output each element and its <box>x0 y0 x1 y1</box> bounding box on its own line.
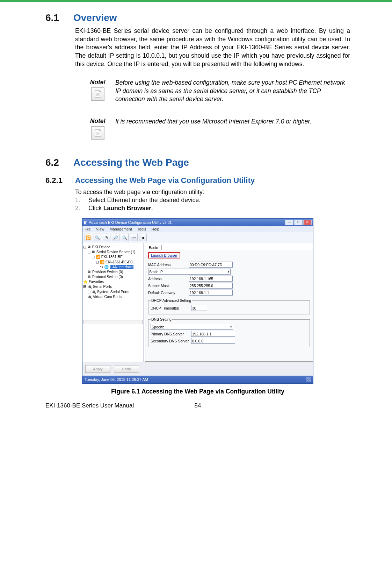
toolbar-icon[interactable]: ✎ <box>103 234 110 241</box>
top-accent-bar <box>0 0 392 2</box>
step-text: Click Launch Browser. <box>88 205 350 212</box>
section-title: Accessing the Web Page <box>73 157 189 168</box>
maximize-button[interactable]: □ <box>294 220 303 225</box>
page: 6.1 Overview EKI-1360-BE Series serial d… <box>0 0 392 416</box>
subsection-number: 6.2.1 <box>45 176 75 185</box>
close-button[interactable]: ✕ <box>303 220 312 225</box>
note-label-col: Note! <box>87 79 108 104</box>
dhcp-timeout-input[interactable]: 30 <box>191 305 207 311</box>
section-6-2-1-header: 6.2.1 Accessing the Web Page via Configu… <box>45 176 350 185</box>
menu-management[interactable]: Management <box>110 227 132 231</box>
tab-basic[interactable]: Basic <box>145 245 162 250</box>
note-text: It is recommended that you use Microsoft… <box>115 118 350 140</box>
address-input[interactable]: 192.168.1.165 <box>189 276 233 282</box>
menu-tools[interactable]: Tools <box>137 227 146 231</box>
menu-help[interactable]: Help <box>151 227 159 231</box>
menu-bar: File View Management Tools Help <box>82 226 313 232</box>
button-row: Apply Undo <box>82 362 313 376</box>
footer-page: 54 <box>195 402 201 409</box>
overview-paragraph: EKI-1360-BE Series serial device server … <box>75 27 350 68</box>
dns-mode-dropdown[interactable]: Specific <box>151 324 233 330</box>
mac-label: MAC Address <box>148 263 187 267</box>
menu-view[interactable]: View <box>96 227 104 231</box>
note-label-col: Note! <box>87 118 108 140</box>
dns2-label: Secondary DNS Server <box>151 339 189 343</box>
content-area: 6.1 Overview EKI-1360-BE Series serial d… <box>45 12 350 395</box>
page-footer: EKI-1360-BE Series User Manual 54 <box>45 402 350 409</box>
step-text: Select Ethernet under the desired device… <box>88 197 350 204</box>
resize-grip-icon <box>306 377 311 382</box>
figure-caption: Figure 6.1 Accessing the Web Page via Co… <box>111 388 284 395</box>
window-title: ◧ Advantech EKI Device Configuration Uti… <box>84 220 172 225</box>
toolbar-icon[interactable]: 👓 <box>130 234 138 241</box>
note-1: Note! Before using the web-based configu… <box>87 79 350 104</box>
dns-fieldset: DNS Setting Specific Primary DNS Server1… <box>148 317 310 347</box>
menu-file[interactable]: File <box>85 227 91 231</box>
dns1-label: Primary DNS Server <box>151 332 189 336</box>
dhcp-fieldset: DHCP Advanced Setting DHCP Timeout(s)30 <box>148 298 310 314</box>
step-2: 2. Click Launch Browser. <box>75 205 350 212</box>
dhcp-timeout-label: DHCP Timeout(s) <box>151 306 189 310</box>
toolbar-icon[interactable]: 🔍 <box>121 234 129 241</box>
section-number: 6.2 <box>45 157 73 168</box>
undo-button[interactable]: Undo <box>114 365 139 373</box>
section-number: 6.1 <box>45 12 73 23</box>
status-bar: Tuesday, June 05, 2018 11:26:37 AM <box>82 376 313 383</box>
tree-selected-item: LAN Interface <box>110 265 133 269</box>
toolbar-icon[interactable]: ∎ <box>139 234 147 241</box>
subnet-input[interactable]: 255.255.255.0 <box>189 283 233 289</box>
section-6-1-header: 6.1 Overview <box>45 12 350 23</box>
toolbar-icon[interactable]: 🔍 <box>94 234 101 241</box>
minimize-button[interactable]: — <box>285 220 293 225</box>
workarea: ⊟ 🖥 EKI Device ⊟ 🖥 Serial Device Server … <box>82 243 313 362</box>
launch-browser-link[interactable]: Launch Browser <box>148 252 180 258</box>
section-title: Overview <box>73 12 117 23</box>
intro-line: To access the web page via configuration… <box>75 189 350 196</box>
gateway-label: Default Gateway <box>148 291 187 295</box>
toolbar: 🔁 🔍 ✎ 🔎 🔍 👓 ∎ <box>82 232 313 243</box>
note-2: Note! It is recommended that you use Mic… <box>87 118 350 140</box>
toolbar-icon[interactable]: 🔎 <box>112 234 119 241</box>
gateway-input[interactable]: 192.168.1.1 <box>189 290 233 296</box>
subnet-label: Subnet Mask <box>148 284 187 288</box>
config-utility-window: ◧ Advantech EKI Device Configuration Uti… <box>82 218 313 384</box>
note-text: Before using the web-based configuration… <box>115 79 350 104</box>
address-label: Address <box>148 277 187 281</box>
app-icon: ◧ <box>84 220 87 225</box>
toolbar-icon[interactable]: 🔁 <box>85 234 92 241</box>
window-controls: — □ ✕ <box>285 220 312 225</box>
mac-value: 00:D0:C9:FC:A7:7D <box>189 262 233 268</box>
figure-wrap: ◧ Advantech EKI Device Configuration Uti… <box>45 218 350 395</box>
dns1-input[interactable]: 192.168.1.1 <box>191 331 235 337</box>
dns2-input[interactable]: 0.0.0.0 <box>191 338 235 344</box>
subsection-title: Accessing the Web Page via Configuration… <box>75 176 255 185</box>
ip-mode-dropdown[interactable]: Static IP <box>148 269 231 275</box>
note-icon <box>91 87 104 101</box>
properties-panel: Basic Launch Browser MAC Address00:D0:C9… <box>144 243 313 362</box>
note-label: Note! <box>90 79 106 86</box>
status-time: Tuesday, June 05, 2018 11:26:37 AM <box>85 377 148 382</box>
note-label: Note! <box>90 118 106 125</box>
step-1: 1. Select Ethernet under the desired dev… <box>75 197 350 204</box>
step-number: 1. <box>75 197 88 204</box>
apply-button[interactable]: Apply <box>85 365 110 373</box>
window-titlebar: ◧ Advantech EKI Device Configuration Uti… <box>82 219 313 226</box>
tree-scrollbar[interactable] <box>83 320 143 324</box>
step-number: 2. <box>75 205 88 212</box>
note-icon <box>91 126 104 140</box>
section-6-2-header: 6.2 Accessing the Web Page <box>45 157 350 168</box>
device-tree[interactable]: ⊟ 🖥 EKI Device ⊟ 🖥 Serial Device Server … <box>82 243 144 362</box>
